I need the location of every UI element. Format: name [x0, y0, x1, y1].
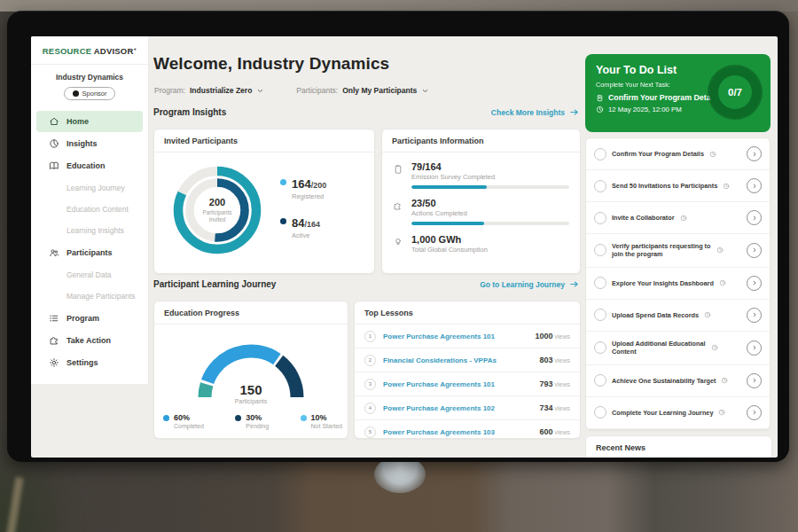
home-icon	[49, 116, 59, 127]
lesson-row: 3 Power Purchase Agreements 101 793 view…	[355, 372, 580, 396]
legend-registered: 164/200 Registered	[280, 176, 326, 200]
lesson-rank: 4	[364, 403, 376, 414]
participants-icon	[49, 247, 59, 258]
sidebar-item-home[interactable]: Home	[36, 111, 143, 132]
legend-dot	[163, 415, 169, 421]
todo-open-button[interactable]	[747, 276, 762, 291]
stat-value: 23/50	[411, 198, 569, 208]
todo-item-upload-additional-educational[interactable]: Upload Additional Educational Content	[586, 332, 770, 365]
todo-item-achieve-one-sustainability-target[interactable]: Achieve One Sustainability Target	[586, 365, 770, 397]
todo-checkbox[interactable]	[594, 309, 606, 321]
todo-progress-value: 0/7	[718, 75, 752, 109]
gauge-legend-not-started: 10% Not Started	[301, 413, 342, 429]
stat-label: Total Global Consumption	[411, 246, 569, 254]
app-logo: RESOURCE ADVISOR+	[31, 36, 148, 65]
todo-open-button[interactable]	[747, 308, 762, 323]
check-more-insights-link[interactable]: Check More Insights	[491, 107, 579, 117]
todo-open-button[interactable]	[747, 210, 762, 225]
stat-value: 1,000 GWh	[411, 234, 569, 245]
todo-open-button[interactable]	[747, 373, 762, 388]
todo-checkbox[interactable]	[594, 244, 606, 256]
clock-icon	[716, 246, 724, 254]
clock-icon	[719, 279, 726, 286]
sidebar-item-insights[interactable]: Insights	[36, 133, 143, 154]
program-insights-header: Program Insights Check More Insights	[153, 107, 579, 117]
donut-legend: 164/200 Registered 84/164 Active	[280, 176, 326, 254]
todo-open-button[interactable]	[747, 178, 762, 193]
chevron-right-icon	[751, 151, 758, 158]
sidebar-item-education[interactable]: Education	[36, 155, 143, 176]
todo-checkbox[interactable]	[594, 374, 606, 387]
chevron-right-icon	[751, 246, 758, 254]
todo-open-button[interactable]	[747, 243, 762, 258]
sidebar-item-learning-insights[interactable]: Learning Insights	[31, 220, 148, 241]
progress-bar	[411, 222, 569, 225]
lesson-link[interactable]: Power Purchase Agreements 103	[383, 428, 533, 436]
todo-checkbox[interactable]	[594, 148, 606, 160]
sidebar-item-participants[interactable]: Participants	[36, 242, 143, 263]
gauge-legend-pending: 30% Pending	[235, 413, 269, 429]
sidebar: RESOURCE ADVISOR+ Industry Dynamics Spon…	[31, 36, 149, 384]
page-title: Welcome, Industry Dynamics	[153, 54, 389, 74]
invited-donut-chart: 200 Participants Invited	[168, 161, 266, 259]
todo-open-button[interactable]	[747, 146, 762, 161]
monitor-screen: RESOURCE ADVISOR+ Industry Dynamics Spon…	[31, 36, 778, 458]
recent-news-card: Recent News	[585, 435, 772, 458]
todo-item-verify-participants-requesting-to[interactable]: Verify participants requesting to join t…	[586, 234, 770, 268]
todo-item-upload-spend-data-records[interactable]: Upload Spend Data Records	[586, 300, 770, 332]
gauge-center-value: 150	[179, 382, 323, 397]
lesson-views: 793 views	[540, 379, 570, 388]
legend-dot	[280, 218, 286, 224]
lesson-link[interactable]: Financial Considerations - VPPAs	[383, 356, 533, 364]
recent-news-title: Recent News	[586, 436, 771, 458]
sidebar-item-manage-participants[interactable]: Manage Participants	[31, 286, 148, 307]
education-gauge-chart: 150 Participants	[179, 326, 323, 404]
arrow-right-icon	[569, 279, 579, 289]
section-title: Participant Learning Journey	[153, 279, 276, 289]
education-progress-card: Education Progress 150 Participants 60% …	[153, 301, 348, 439]
go-to-learning-journey-link[interactable]: Go to Learning Journey	[480, 279, 579, 289]
clock-icon	[721, 377, 728, 384]
todo-item-explore-your-insights-dashboard[interactable]: Explore Your Insights Dashboard	[586, 268, 770, 300]
card-title: Participants Information	[382, 129, 580, 153]
card-title: Education Progress	[154, 301, 348, 325]
donut-center-value: 200	[209, 197, 225, 207]
todo-open-button[interactable]	[747, 405, 762, 420]
sidebar-item-education-content[interactable]: Education Content	[31, 199, 148, 220]
participants-information-card: Participants Information 79/164 Emission…	[381, 129, 581, 274]
participant-stats: 79/164 Emission Survey Completed 23/50 A…	[382, 153, 580, 254]
lesson-link[interactable]: Power Purchase Agreements 102	[383, 404, 533, 412]
arrow-right-icon	[569, 107, 579, 117]
legend-dot	[301, 415, 307, 421]
lesson-views: 803 views	[540, 356, 570, 364]
todo-item-send-50-invitations-to-participants[interactable]: Send 50 Invitations to Participants	[586, 170, 770, 202]
lesson-link[interactable]: Power Purchase Agreements 101	[383, 380, 533, 388]
todo-checkbox[interactable]	[594, 406, 606, 419]
program-filter[interactable]: Program: Industrialize Zero	[154, 86, 264, 95]
lesson-row: 4 Power Purchase Agreements 102 734 view…	[355, 396, 580, 420]
sidebar-item-take-action[interactable]: Take Action	[36, 330, 143, 351]
todo-open-button[interactable]	[747, 340, 762, 356]
lesson-rank: 1	[364, 331, 376, 342]
actions-icon	[393, 200, 403, 211]
todo-checkbox[interactable]	[594, 341, 606, 354]
todo-checkbox[interactable]	[594, 277, 606, 289]
sidebar-item-settings[interactable]: Settings	[36, 352, 143, 373]
chevron-right-icon	[751, 215, 758, 222]
lesson-views: 1000 views	[536, 332, 570, 340]
sidebar-item-learning-journey[interactable]: Learning Journey	[31, 177, 148, 199]
chevron-right-icon	[751, 279, 758, 286]
todo-checkbox[interactable]	[594, 212, 606, 224]
legend-active: 84/164 Active	[280, 215, 326, 239]
todo-item-confirm-your-program-details[interactable]: Confirm Your Program Details	[586, 138, 770, 170]
sidebar-item-program[interactable]: Program	[36, 308, 143, 329]
lesson-views: 734 views	[540, 403, 570, 412]
todo-item-complete-your-learning-journey[interactable]: Complete Your Learning Journey	[586, 397, 770, 429]
sidebar-item-general-data[interactable]: General Data	[31, 264, 148, 286]
participants-filter[interactable]: Participants: Only My Participants	[296, 86, 429, 95]
todo-item-invite-a-collaborator[interactable]: Invite a Collaborator	[586, 202, 770, 234]
todo-list: Confirm Your Program Details Send 50 Inv…	[586, 138, 770, 429]
progress-bar	[411, 185, 569, 189]
todo-checkbox[interactable]	[594, 180, 606, 192]
lesson-link[interactable]: Power Purchase Agreements 101	[383, 332, 528, 340]
